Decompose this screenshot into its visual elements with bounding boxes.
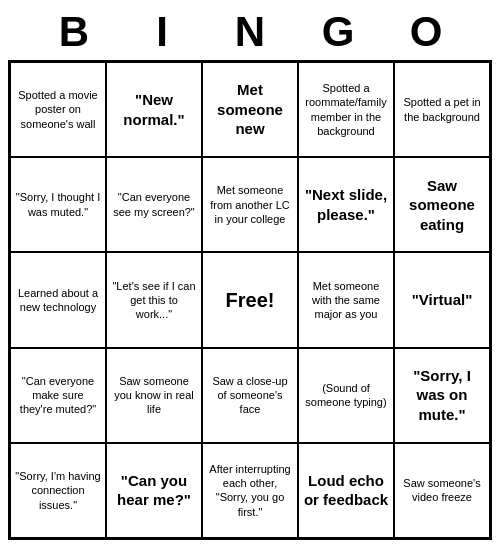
bingo-cell-5[interactable]: "Sorry, I thought I was muted.": [10, 157, 106, 252]
bingo-cell-3[interactable]: Spotted a roommate/family member in the …: [298, 62, 394, 157]
bingo-cell-22[interactable]: After interrupting each other, "Sorry, y…: [202, 443, 298, 538]
bingo-cell-15[interactable]: "Can everyone make sure they're muted?": [10, 348, 106, 443]
bingo-cell-13[interactable]: Met someone with the same major as you: [298, 252, 394, 347]
bingo-cell-23[interactable]: Loud echo or feedback: [298, 443, 394, 538]
bingo-cell-0[interactable]: Spotted a movie poster on someone's wall: [10, 62, 106, 157]
bingo-cell-9[interactable]: Saw someone eating: [394, 157, 490, 252]
bingo-cell-7[interactable]: Met someone from another LC in your coll…: [202, 157, 298, 252]
letter-o: O: [382, 8, 470, 56]
letter-n: N: [206, 8, 294, 56]
bingo-cell-18[interactable]: (Sound of someone typing): [298, 348, 394, 443]
bingo-cell-16[interactable]: Saw someone you know in real life: [106, 348, 202, 443]
bingo-cell-8[interactable]: "Next slide, please.": [298, 157, 394, 252]
bingo-header: B I N G O: [0, 0, 500, 60]
bingo-cell-17[interactable]: Saw a close-up of someone's face: [202, 348, 298, 443]
letter-i: I: [118, 8, 206, 56]
bingo-grid: Spotted a movie poster on someone's wall…: [8, 60, 492, 540]
bingo-cell-11[interactable]: "Let's see if I can get this to work...": [106, 252, 202, 347]
letter-b: B: [30, 8, 118, 56]
bingo-cell-6[interactable]: "Can everyone see my screen?": [106, 157, 202, 252]
bingo-cell-12[interactable]: Free!: [202, 252, 298, 347]
bingo-cell-24[interactable]: Saw someone's video freeze: [394, 443, 490, 538]
bingo-cell-4[interactable]: Spotted a pet in the background: [394, 62, 490, 157]
bingo-cell-14[interactable]: "Virtual": [394, 252, 490, 347]
bingo-cell-2[interactable]: Met someone new: [202, 62, 298, 157]
bingo-cell-20[interactable]: "Sorry, I'm having connection issues.": [10, 443, 106, 538]
bingo-cell-19[interactable]: "Sorry, I was on mute.": [394, 348, 490, 443]
letter-g: G: [294, 8, 382, 56]
bingo-cell-10[interactable]: Learned about a new technology: [10, 252, 106, 347]
bingo-cell-21[interactable]: "Can you hear me?": [106, 443, 202, 538]
bingo-cell-1[interactable]: "New normal.": [106, 62, 202, 157]
